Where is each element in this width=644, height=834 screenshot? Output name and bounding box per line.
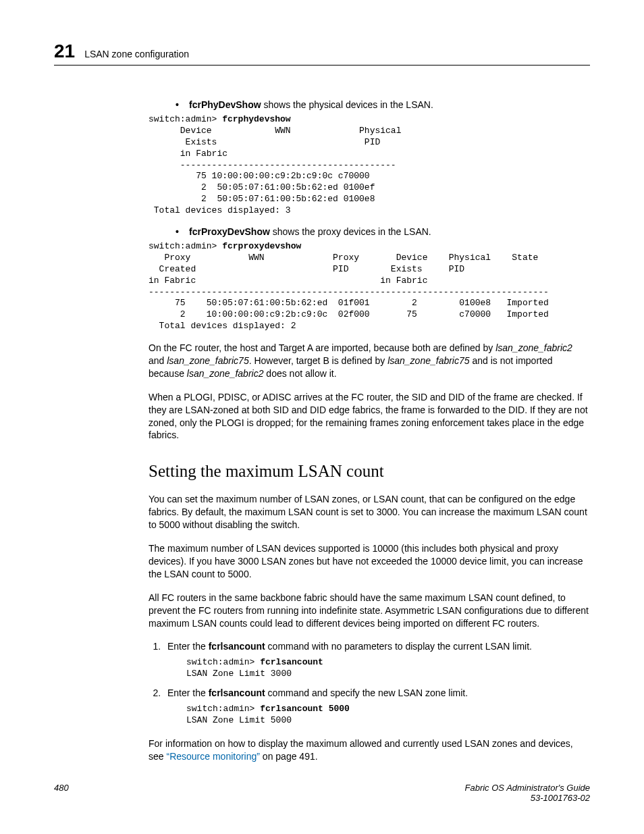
paragraph: You can set the maximum number of LSAN z… xyxy=(149,493,590,531)
italic-term: lsan_zone_fabric2 xyxy=(495,342,572,353)
footer-right: Fabric OS Administrator's Guide 53-10017… xyxy=(464,783,590,803)
paragraph: When a PLOGI, PDISC, or ADISC arrives at… xyxy=(149,391,590,442)
page-header: 21 LSAN zone configuration xyxy=(54,41,590,66)
command-name: fcrlsancount xyxy=(209,641,265,652)
section-heading: Setting the maximum LSAN count xyxy=(149,462,590,481)
command-name: fcrlsancount xyxy=(209,687,265,698)
chapter-title: LSAN zone configuration xyxy=(84,49,189,59)
bullet-desc: shows the physical devices in the LSAN. xyxy=(261,99,433,110)
code-command: fcrphydevshow xyxy=(222,114,290,124)
step-code: switch:admin> fcrlsancountLSAN Zone Limi… xyxy=(186,657,590,680)
italic-term: lsan_zone_fabric2 xyxy=(187,368,264,379)
page-number: 480 xyxy=(54,783,69,803)
paragraph: On the FC router, the host and Target A … xyxy=(149,342,590,380)
code-output: LSAN Zone Limit 5000 xyxy=(186,715,292,725)
code-prompt: switch:admin> xyxy=(149,241,222,251)
code-command: fcrlsancount xyxy=(260,657,323,667)
code-block-phydev: switch:admin> fcrphydevshow Device WWN P… xyxy=(149,114,590,217)
step-item: Enter the fcrlsancount command and speci… xyxy=(163,687,590,727)
code-output: Proxy WWN Proxy Device Physical State Cr… xyxy=(149,253,549,331)
bullet-text: fcrProxyDevShow shows the proxy devices … xyxy=(189,226,431,237)
bullet-dot: • xyxy=(176,99,189,110)
bullet-desc: shows the proxy devices in the LSAN. xyxy=(270,226,431,237)
bullet-item: • fcrProxyDevShow shows the proxy device… xyxy=(176,226,590,237)
body-text: On the FC router, the host and Target A … xyxy=(149,342,590,762)
bullet-item: • fcrPhyDevShow shows the physical devic… xyxy=(176,99,590,110)
doc-number: 53-1001763-02 xyxy=(464,793,590,803)
command-name: fcrProxyDevShow xyxy=(189,226,270,237)
code-output: LSAN Zone Limit 3000 xyxy=(186,669,292,679)
code-output: Device WWN Physical Exists PID in Fabric… xyxy=(149,126,401,215)
paragraph: For information on how to display the ma… xyxy=(149,737,590,763)
content-area: • fcrPhyDevShow shows the physical devic… xyxy=(149,99,590,332)
page-footer: 480 Fabric OS Administrator's Guide 53-1… xyxy=(54,783,590,803)
code-command: fcrlsancount 5000 xyxy=(260,704,350,714)
cross-reference-link[interactable]: “Resource monitoring” xyxy=(166,751,260,762)
bullet-text: fcrPhyDevShow shows the physical devices… xyxy=(189,99,433,110)
code-prompt: switch:admin> xyxy=(149,114,222,124)
command-name: fcrPhyDevShow xyxy=(189,99,261,110)
step-code: switch:admin> fcrlsancount 5000LSAN Zone… xyxy=(186,704,590,727)
italic-term: lsan_zone_fabric75 xyxy=(387,355,469,366)
code-block-proxydev: switch:admin> fcrproxydevshow Proxy WWN … xyxy=(149,241,590,332)
italic-term: lsan_zone_fabric75 xyxy=(167,355,248,366)
step-item: Enter the fcrlsancount command with no p… xyxy=(163,640,590,680)
code-command: fcrproxydevshow xyxy=(222,241,301,251)
paragraph: The maximum number of LSAN devices suppo… xyxy=(149,542,590,581)
bullet-dot: • xyxy=(176,226,189,237)
ordered-steps: Enter the fcrlsancount command with no p… xyxy=(149,640,590,726)
doc-title: Fabric OS Administrator's Guide xyxy=(464,783,590,793)
paragraph: All FC routers in the same backbone fabr… xyxy=(149,592,590,630)
chapter-number: 21 xyxy=(54,41,75,62)
